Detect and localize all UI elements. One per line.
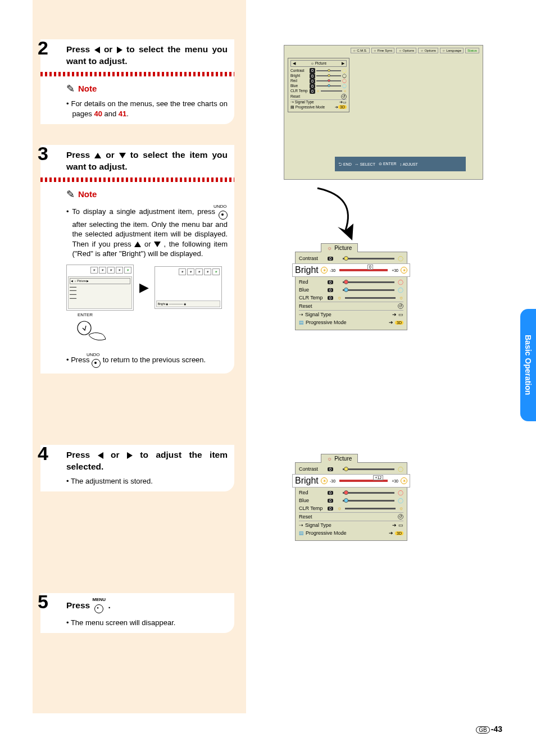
page-link-40[interactable]: 40: [94, 110, 102, 118]
right-arrow-icon: ▶: [139, 279, 149, 296]
mini-tab: ☀: [179, 268, 186, 275]
right-arrow-icon: [127, 452, 133, 459]
enter-button-illustration: ENTER: [74, 313, 228, 346]
step-2-bullet: • For details on the menus, see the tree…: [66, 99, 228, 119]
text: • For details on the menus, see the tree…: [66, 99, 228, 118]
mini-screenshot-single: ☀ ☀ ☀ ☀ ☀ Bright ◉ ─────── ◉: [155, 266, 222, 309]
left-arrow-icon: [98, 452, 103, 459]
osd-tab: ☼ Fine Sync: [371, 48, 395, 53]
step-3-number: 3: [38, 143, 48, 164]
right-arrow-icon: [117, 47, 122, 53]
osd-full-screenshot: ☼ C.M.S. ☼ Fine Sync ☼ Options ☼ Options…: [284, 45, 483, 180]
gb-badge: GB: [476, 726, 489, 734]
left-arrow-icon: [94, 47, 100, 53]
undo-label: UNDO: [219, 204, 228, 209]
step-4-title: Press or to adjust the item selected.: [66, 449, 228, 473]
text: to return to the previous screen.: [103, 356, 206, 364]
note-label: Note: [78, 83, 97, 94]
page-number: GB-43: [476, 725, 502, 734]
osd-hint-bar: ⮌ END ↔ SELECT ⊙ ENTER ↕ ADJUST: [335, 157, 466, 171]
step-5-bullet: • The menu screen will disappear.: [66, 618, 228, 628]
enter-label: ENTER: [78, 313, 228, 317]
mini-tab: ☀: [212, 268, 220, 275]
up-arrow-icon: [94, 153, 101, 158]
text: or: [111, 450, 127, 459]
mini-tab: ☀: [124, 267, 131, 274]
mini-tab: ☀: [107, 267, 115, 274]
step-4-number: 4: [38, 443, 48, 464]
osd-tab: Status: [465, 48, 479, 53]
enter-button-icon: [219, 211, 228, 220]
step-2-number: 2: [38, 37, 48, 58]
undo-label: UNDO: [92, 353, 101, 357]
svg-point-0: [78, 321, 91, 335]
page: Basic Operation 2 Press or to select the…: [0, 0, 536, 756]
note-header: ✎ Note: [66, 188, 228, 201]
osd-picture-mini: ◀☼ Picture▶ Contrast0◯ Bright0◯ Red0◯ Bl…: [288, 58, 349, 112]
step-4: 4 Press or to adjust the item selected. …: [40, 445, 234, 491]
mini-screenshots-row: ☀ ☀ ☀ ☀ ☀ ◀ ☼ Picture ▶ ━━━━━━━━━━━━━━━━…: [66, 265, 228, 311]
step-4-bullet: • The adjustment is stored.: [66, 476, 228, 486]
text: • To display a single adjustment item, p…: [66, 207, 219, 216]
note-icon: ✎: [66, 82, 75, 95]
mini-tab: ☀: [90, 267, 98, 274]
text: or: [104, 44, 117, 54]
menu-button-icon: [94, 604, 103, 613]
bright-row-highlighted: Bright ☀ -30 0 +30 ☀: [292, 263, 410, 277]
step-3: 3 Press or to select the item you want t…: [40, 145, 234, 374]
down-arrow-icon: [119, 153, 126, 158]
bright-row-highlighted: Bright ☀ -30 +12 +30 ☀: [292, 474, 410, 488]
text: Press: [66, 600, 93, 610]
mini-tab: ☀: [204, 268, 211, 275]
picture-tab: ☼Picture: [321, 454, 358, 463]
text: or: [144, 240, 154, 248]
mini-tab: ☀: [116, 267, 123, 274]
picture-tab: ☼Picture: [321, 243, 358, 252]
mini-tab: ☀: [187, 268, 194, 275]
mini-tab: ☀: [99, 267, 106, 274]
mini-tab: ☀: [196, 268, 203, 275]
text: .: [108, 600, 110, 610]
osd-tab: ☼ C.M.S.: [351, 48, 370, 53]
dotted-divider: [40, 177, 234, 182]
osd-picture-panel-step4: ☼Picture Contrast0◯ Bright ☀ -30 +12 +30…: [295, 452, 407, 541]
step-2: 2 Press or to select the menu you want t…: [40, 39, 234, 124]
osd-tab: ☼ Options: [396, 48, 416, 53]
page-link-41[interactable]: 41: [119, 110, 126, 118]
text: Press: [66, 450, 98, 459]
step-3-title: Press or to select the item you want to …: [66, 149, 228, 173]
mini-screenshot-full: ☀ ☀ ☀ ☀ ☀ ◀ ☼ Picture ▶ ━━━━━━━━━━━━━━━━: [66, 265, 134, 311]
text: and: [102, 110, 119, 118]
menu-label: MENU: [93, 598, 106, 602]
page-number-text: -43: [491, 725, 502, 734]
step-3-bullet-2: • Press UNDO to return to the previous s…: [66, 353, 228, 368]
side-tab-basic-operation: Basic Operation: [520, 309, 536, 421]
osd-tab: ☼ Options: [418, 48, 438, 53]
step-2-title: Press or to select the menu you want to …: [66, 44, 228, 67]
note-label: Note: [78, 189, 97, 200]
osd-tab-bar: ☼ C.M.S. ☼ Fine Sync ☼ Options ☼ Options…: [351, 48, 479, 53]
text: .: [126, 110, 129, 118]
up-arrow-icon: [134, 242, 141, 247]
step-5: 5 Press MENU . • The menu screen will di…: [40, 593, 234, 633]
step-5-title: Press MENU .: [66, 598, 228, 614]
step-3-bullet-1: • To display a single adjustment item, p…: [66, 204, 228, 259]
text: or: [106, 150, 119, 160]
undo-button-icon: [92, 359, 101, 368]
down-arrow-illustration: [306, 185, 374, 249]
osd-picture-panel-step3: ☼Picture Contrast0◯ Bright ☀ -30 0 +30 ☀…: [295, 242, 407, 330]
text: Press: [66, 44, 94, 54]
text: Press: [66, 150, 94, 160]
step-5-number: 5: [38, 591, 48, 612]
dotted-divider: [40, 72, 234, 76]
down-arrow-icon: [154, 242, 161, 247]
note-header: ✎ Note: [66, 82, 228, 95]
osd-tab: ☼ Language: [440, 48, 464, 53]
note-icon: ✎: [66, 188, 75, 201]
